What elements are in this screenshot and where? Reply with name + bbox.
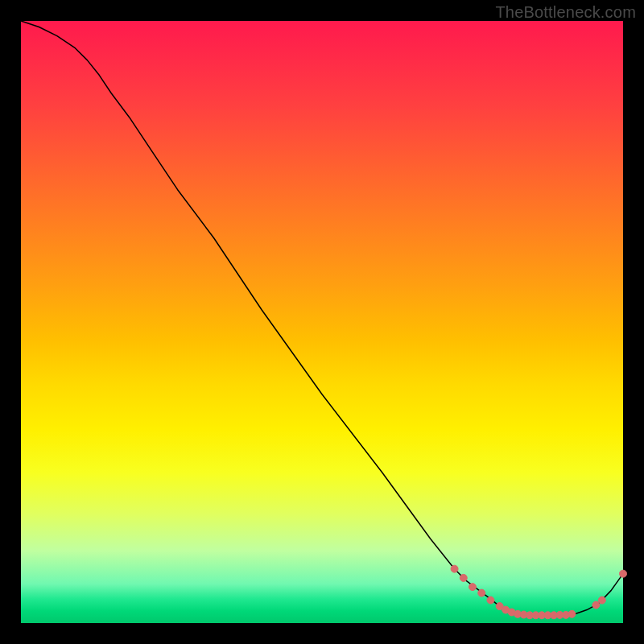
data-dot xyxy=(598,597,605,604)
bottleneck-curve xyxy=(21,21,623,615)
data-dot xyxy=(451,565,458,572)
chart-frame: TheBottleneck.com xyxy=(0,0,644,644)
data-dot xyxy=(469,584,477,591)
data-dot xyxy=(568,610,576,617)
data-dot xyxy=(460,574,467,581)
data-dot xyxy=(620,570,627,577)
data-dot xyxy=(487,597,494,604)
data-dots-group xyxy=(451,565,626,619)
line-chart-svg xyxy=(21,21,623,623)
data-dot xyxy=(478,589,485,597)
watermark-text: TheBottleneck.com xyxy=(495,3,636,22)
data-dot xyxy=(592,601,600,609)
